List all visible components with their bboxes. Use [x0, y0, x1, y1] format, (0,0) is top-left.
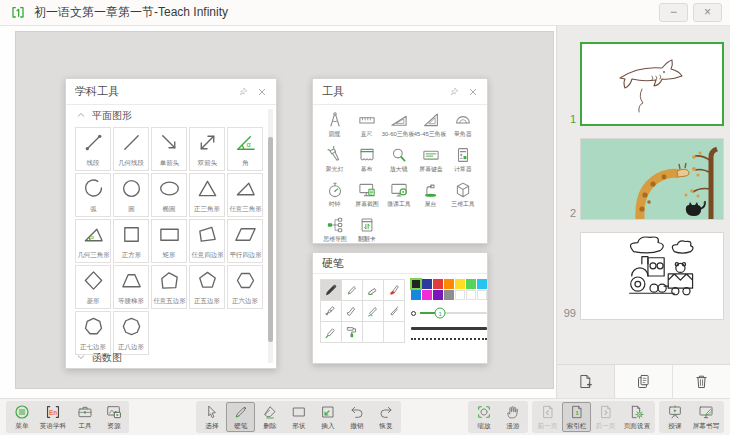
color-swatch[interactable]: [411, 290, 421, 300]
tool-micro-lesson[interactable]: 微课工具: [383, 181, 414, 213]
subject-panel-header[interactable]: 学科工具: [66, 79, 276, 105]
color-swatch[interactable]: [455, 290, 465, 300]
slider-track[interactable]: 1: [420, 312, 487, 314]
minimize-button[interactable]: −: [659, 3, 688, 22]
pen-type-pen-brush[interactable]: [383, 279, 405, 301]
redo-tool-button[interactable]: 恢复: [371, 402, 400, 432]
color-swatch[interactable]: [433, 279, 443, 289]
color-swatch[interactable]: [422, 279, 432, 289]
next-page-button[interactable]: 后一页: [591, 402, 620, 432]
tool-tri4545[interactable]: 45-45三角板: [415, 111, 446, 143]
shape-tile-tri-geo[interactable]: α几何三角形: [75, 219, 111, 263]
pen-panel-header[interactable]: 硬笔: [313, 253, 487, 274]
tool-screenshot[interactable]: 屏幕截图: [351, 181, 382, 213]
close-panel-button[interactable]: [257, 87, 267, 97]
pen-size-slider[interactable]: 1: [411, 307, 487, 319]
color-swatch[interactable]: [444, 290, 454, 300]
menu-button[interactable]: 菜单: [7, 402, 36, 432]
present-button[interactable]: 授课: [660, 402, 689, 432]
tool-calculator[interactable]: 计算器: [447, 146, 478, 178]
select-button[interactable]: 选择: [197, 402, 226, 432]
shape-tile-arrow-double[interactable]: 双箭头: [189, 127, 225, 171]
color-swatch[interactable]: [477, 279, 487, 289]
shape-tile-tri-any[interactable]: 任意三角形: [227, 173, 263, 217]
undo-tool-button[interactable]: 撤销: [342, 402, 371, 432]
page-thumbnail-2[interactable]: [580, 138, 724, 220]
shape-tile-arrow-single[interactable]: 单箭头: [151, 127, 187, 171]
shape-tile-ellipse[interactable]: 椭圆: [151, 173, 187, 217]
pin-button[interactable]: [449, 87, 459, 97]
pen-type-pen-stamp[interactable]: [341, 321, 363, 343]
tool-ruler[interactable]: 直尺: [351, 111, 382, 143]
color-swatch[interactable]: [455, 279, 465, 289]
pen-tool-button[interactable]: 硬笔: [226, 402, 255, 432]
shape-tile-square[interactable]: 正方形: [113, 219, 149, 263]
pen-type-pen-smart[interactable]: [341, 279, 363, 301]
tool-cube-3d[interactable]: 三维工具: [447, 181, 478, 213]
close-panel-button[interactable]: [468, 87, 478, 97]
pen-type-pen-ink[interactable]: [383, 300, 405, 322]
tool-flipcard[interactable]: 翻翻卡: [351, 216, 382, 248]
scrollbar-thumb[interactable]: [268, 137, 273, 342]
pin-button[interactable]: [238, 87, 248, 97]
color-swatch[interactable]: [433, 290, 443, 300]
shape-tile-angle[interactable]: α角: [227, 127, 263, 171]
shape-tile-segment[interactable]: 线段: [75, 127, 111, 171]
tool-curtain[interactable]: 幕布: [351, 146, 382, 178]
slider-handle[interactable]: 1: [435, 308, 446, 319]
tool-compass[interactable]: 圆规: [319, 111, 350, 143]
tool-visualizer[interactable]: 展台: [415, 181, 446, 213]
shape-tile-geo-segment[interactable]: 几何线段: [113, 127, 149, 171]
section-function-graph[interactable]: 函数图: [66, 348, 276, 368]
eraser-tool-button[interactable]: 删除: [255, 402, 284, 432]
new-page-button[interactable]: [557, 365, 615, 398]
panel-scrollbar[interactable]: [268, 109, 273, 363]
shape-tile-arc[interactable]: 弧: [75, 173, 111, 217]
shape-tile-pentagon[interactable]: 正五边形: [189, 265, 225, 309]
tool-protractor[interactable]: 量角器: [447, 111, 478, 143]
color-swatch[interactable]: [411, 279, 421, 289]
line-style-dotted[interactable]: [411, 338, 487, 340]
shape-tile-parallelogram[interactable]: 平行四边形: [227, 219, 263, 263]
pan-tool-button[interactable]: 漫游: [498, 402, 527, 432]
shape-tile-rect[interactable]: 矩形: [151, 219, 187, 263]
delete-page-button[interactable]: [672, 365, 730, 398]
index-bar-button[interactable]: 1索引栏: [562, 402, 591, 432]
copy-page-button[interactable]: [615, 365, 672, 398]
shape-tile-hexagon[interactable]: 正六边形: [227, 265, 263, 309]
pen-type-pen-fountain[interactable]: [320, 300, 342, 322]
pen-type-pen-texture[interactable]: [362, 300, 384, 322]
tool-tri3060[interactable]: 30-60三角板: [383, 111, 414, 143]
shape-tile-trapezoid[interactable]: 等腰梯形: [113, 265, 149, 309]
toolbox-button[interactable]: 工具: [70, 402, 99, 432]
color-swatch[interactable]: [466, 279, 476, 289]
line-style-solid[interactable]: [411, 327, 487, 330]
pen-type-pen-chalk[interactable]: [362, 279, 384, 301]
color-swatch[interactable]: [477, 290, 487, 300]
shape-tool-button[interactable]: 形状: [284, 402, 313, 432]
tools-panel-header[interactable]: 工具: [313, 79, 487, 105]
color-swatch[interactable]: [444, 279, 454, 289]
tool-magnifier[interactable]: 放大镜: [383, 146, 414, 178]
pen-type-pen-laser[interactable]: [320, 321, 342, 343]
page-thumbnail-99[interactable]: [580, 232, 724, 320]
shape-tile-rhombus[interactable]: 菱形: [75, 265, 111, 309]
zoom-tool-button[interactable]: 缩放: [469, 402, 498, 432]
page-settings-button[interactable]: 页面设置: [620, 402, 654, 432]
tool-clock[interactable]: 时钟: [319, 181, 350, 213]
color-swatch[interactable]: [422, 290, 432, 300]
insert-tool-button[interactable]: 插入: [313, 402, 342, 432]
shape-tile-pent-any[interactable]: 任意五边形: [151, 265, 187, 309]
shape-tile-circle[interactable]: 圆: [113, 173, 149, 217]
pen-type-pen-ball[interactable]: [341, 300, 363, 322]
shape-tile-quad-any[interactable]: 任意四边形: [189, 219, 225, 263]
pen-type-pen-hard[interactable]: [320, 279, 342, 301]
prev-page-button[interactable]: 前一页: [533, 402, 562, 432]
resource-button[interactable]: 资源: [99, 402, 128, 432]
color-swatch[interactable]: [466, 290, 476, 300]
tool-keyboard[interactable]: 屏幕键盘: [415, 146, 446, 178]
page-thumbnail-1[interactable]: [580, 42, 724, 126]
shape-tile-tri-eq[interactable]: 正三角形: [189, 173, 225, 217]
tool-mindmap[interactable]: 思维导图: [319, 216, 350, 248]
section-plane-shapes[interactable]: 平面图形: [66, 105, 276, 126]
